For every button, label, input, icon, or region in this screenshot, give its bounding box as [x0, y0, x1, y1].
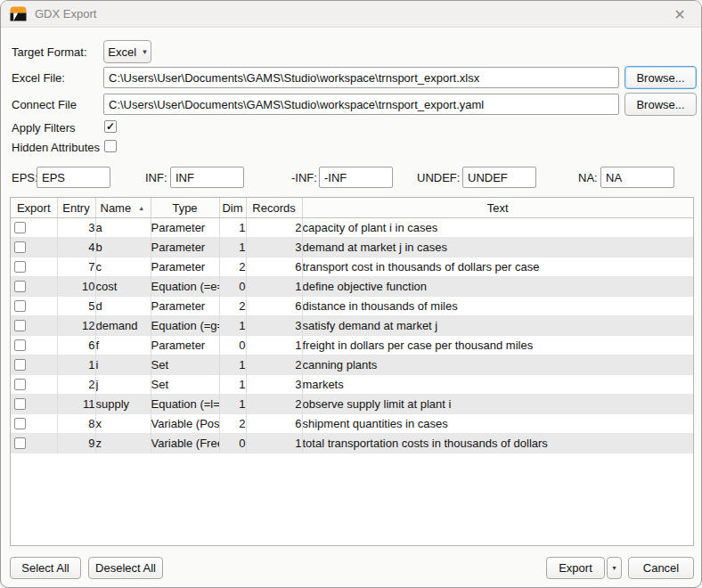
export-checkbox[interactable]: [14, 379, 26, 390]
eps-label: EPS:: [12, 171, 38, 184]
cell-dim: 1: [219, 355, 246, 375]
cell-type: Parameter: [151, 336, 219, 355]
cell-records: 1: [246, 336, 302, 355]
table-row[interactable]: 11supplyEquation (=l=)12observe supply l…: [11, 395, 693, 414]
cell-type: Parameter: [151, 257, 219, 277]
cell-dim: 1: [219, 238, 246, 257]
export-checkbox[interactable]: [14, 398, 26, 410]
cell-text: capacity of plant i in cases: [302, 218, 693, 238]
header-records[interactable]: Records: [246, 198, 302, 218]
cell-export: [11, 336, 57, 355]
cell-name: j: [95, 375, 151, 395]
header-dim[interactable]: Dim: [219, 198, 246, 218]
target-format-value: Excel: [108, 45, 136, 59]
cell-records: 2: [246, 355, 302, 375]
cell-entry: 7: [57, 257, 95, 277]
export-checkbox[interactable]: [14, 300, 26, 312]
cell-text: freight in dollars per case per thousand…: [302, 336, 693, 355]
target-format-label: Target Format:: [12, 45, 87, 59]
window-title: GDX Export: [35, 7, 96, 20]
cell-name: cost: [95, 277, 151, 297]
cell-type: Equation (=e=): [151, 277, 219, 297]
select-all-button[interactable]: Select All: [10, 557, 81, 579]
excel-file-input[interactable]: [103, 67, 619, 88]
symbols-table: Export Entry Name▲ Type Dim Records Text…: [10, 197, 694, 546]
cell-dim: 2: [219, 257, 246, 277]
table-row[interactable]: 3aParameter12capacity of plant i in case…: [11, 218, 693, 238]
cell-export: [11, 297, 57, 316]
apply-filters-checkbox[interactable]: ✓: [104, 120, 117, 133]
target-format-select[interactable]: Excel ▾: [103, 40, 151, 63]
cancel-button[interactable]: Cancel: [628, 557, 694, 579]
cell-export: [11, 414, 57, 434]
header-type[interactable]: Type: [151, 198, 219, 218]
export-checkbox[interactable]: [14, 261, 26, 273]
cell-records: 1: [246, 434, 302, 453]
export-checkbox[interactable]: [14, 222, 26, 233]
cell-dim: 1: [219, 375, 246, 395]
cell-type: Equation (=l=): [151, 395, 219, 414]
hidden-attributes-checkbox[interactable]: [104, 140, 117, 152]
table-row[interactable]: 2jSet13markets: [11, 375, 693, 395]
header-export[interactable]: Export: [11, 198, 57, 218]
table-row[interactable]: 9zVariable (Free)01total transportation …: [11, 434, 693, 453]
cell-records: 6: [246, 257, 302, 277]
cell-export: [11, 375, 57, 395]
close-button[interactable]: ✕: [669, 4, 690, 24]
connect-file-browse-button[interactable]: Browse...: [624, 93, 697, 116]
table-row[interactable]: 1iSet12canning plants: [11, 355, 693, 375]
connect-file-input[interactable]: [103, 94, 619, 115]
header-entry[interactable]: Entry: [57, 198, 95, 218]
symbols-table-body: 3aParameter12capacity of plant i in case…: [11, 218, 693, 453]
undef-label: UNDEF:: [417, 171, 460, 184]
table-row[interactable]: 5dParameter26distance in thousands of mi…: [11, 297, 693, 316]
cell-name: z: [95, 434, 151, 453]
cell-export: [11, 277, 57, 297]
cell-dim: 2: [219, 414, 246, 434]
header-name[interactable]: Name▲: [95, 198, 151, 218]
export-checkbox[interactable]: [14, 359, 26, 371]
export-checkbox[interactable]: [14, 418, 26, 429]
table-row[interactable]: 6fParameter01freight in dollars per case…: [11, 336, 693, 355]
cell-text: transport cost in thousands of dollars p…: [302, 257, 693, 277]
table-row[interactable]: 7cParameter26transport cost in thousands…: [11, 257, 693, 277]
table-row[interactable]: 10costEquation (=e=)01define objective f…: [11, 277, 693, 297]
cell-text: canning plants: [302, 355, 693, 375]
cell-entry: 9: [57, 434, 95, 453]
cell-entry: 10: [57, 277, 95, 297]
inf-label: INF:: [145, 171, 167, 184]
na-input[interactable]: [600, 167, 674, 188]
export-checkbox[interactable]: [14, 339, 26, 351]
inf-input[interactable]: [170, 167, 244, 188]
export-dropdown-button[interactable]: ▾: [607, 557, 622, 579]
export-checkbox[interactable]: [14, 320, 26, 331]
export-button[interactable]: Export: [546, 557, 605, 579]
cell-name: d: [95, 297, 151, 316]
undef-input[interactable]: [462, 167, 536, 188]
header-text[interactable]: Text: [302, 198, 693, 218]
cell-export: [11, 218, 57, 238]
neg-inf-label: -INF:: [291, 171, 317, 184]
export-checkbox[interactable]: [14, 241, 26, 253]
excel-file-browse-button[interactable]: Browse...: [624, 66, 697, 89]
cell-export: [11, 395, 57, 414]
cell-entry: 6: [57, 336, 95, 355]
cell-text: total transportation costs in thousands …: [302, 434, 693, 453]
cell-entry: 11: [57, 395, 95, 414]
table-row[interactable]: 8xVariable (Positive)26shipment quantiti…: [11, 414, 693, 434]
neg-inf-input[interactable]: [319, 167, 393, 188]
cell-dim: 2: [219, 297, 246, 316]
cell-dim: 0: [219, 277, 246, 297]
table-row[interactable]: 12demandEquation (=g=)13satisfy demand a…: [11, 316, 693, 336]
cell-export: [11, 434, 57, 453]
chevron-down-icon: ▾: [613, 564, 616, 572]
cell-records: 3: [246, 375, 302, 395]
cell-dim: 0: [219, 434, 246, 453]
export-checkbox[interactable]: [14, 437, 26, 449]
cell-name: x: [95, 414, 151, 434]
cell-text: satisfy demand at market j: [302, 316, 693, 336]
table-row[interactable]: 4bParameter13demand at market j in cases: [11, 238, 693, 257]
deselect-all-button[interactable]: Deselect All: [88, 557, 163, 579]
export-checkbox[interactable]: [14, 281, 26, 292]
eps-input[interactable]: [37, 167, 110, 188]
